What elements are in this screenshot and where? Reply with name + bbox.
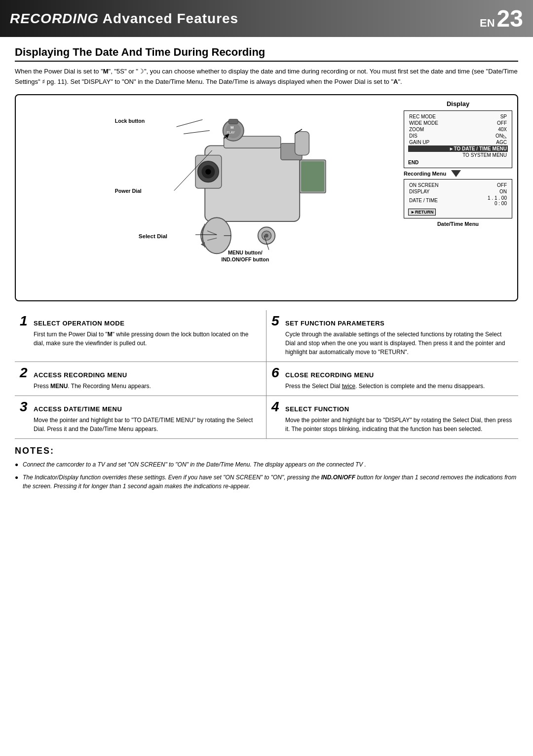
step-2-header: 2 ACCESS RECORDING MENU xyxy=(20,366,260,380)
page-body: Displaying The Date And Time During Reco… xyxy=(0,37,533,504)
rec-menu-table: REC MODESP WIDE MODEOFF ZOOM40X DISON◺ G… xyxy=(408,113,508,158)
step-5: 5 SET FUNCTION PARAMETERS Cycle through … xyxy=(266,310,518,362)
step-1-body: First turn the Power Dial to "M" while p… xyxy=(34,330,260,348)
step-4: 4 SELECT FUNCTION Move the pointer and h… xyxy=(266,396,518,439)
svg-text:Power Dial: Power Dial xyxy=(115,188,142,194)
step-4-body: Move the pointer and highlight bar to "D… xyxy=(285,416,512,433)
svg-line-24 xyxy=(177,119,203,126)
datetime-menu-panel: ON SCREENOFF DISPLAYON DATE / TIME 1 . 1… xyxy=(404,179,512,218)
svg-text:IND.ON/OFF button: IND.ON/OFF button xyxy=(221,256,269,262)
display-panels: Display REC MODESP WIDE MODEOFF ZOOM40X … xyxy=(404,100,512,227)
dt-menu-table: ON SCREENOFF DISPLAYON DATE / TIME 1 . 1… xyxy=(408,182,508,207)
notes-section: NOTES: Connect the camcorder to a TV and… xyxy=(15,446,518,491)
table-row: GAIN UPAGC xyxy=(408,139,508,145)
svg-point-21 xyxy=(265,234,268,238)
table-row: DISPLAYON xyxy=(408,188,508,195)
underline-twice: twice xyxy=(342,383,355,390)
table-row: REC MODESP xyxy=(408,113,508,120)
table-row: DATE / TIME 1 . 1 . 000 : 00 xyxy=(408,195,508,207)
step-5-body: Cycle through the available settings of … xyxy=(285,330,512,357)
step-3-body: Move the pointer and highlight bar to "T… xyxy=(34,416,260,433)
step-1: 1 SELECT OPERATION MODE First turn the P… xyxy=(15,310,266,362)
svg-text:Lock button: Lock button xyxy=(115,118,145,124)
display-panel-title: Display xyxy=(404,100,512,108)
table-row: WIDE MODEOFF xyxy=(408,120,508,126)
recording-menu-panel: REC MODESP WIDE MODEOFF ZOOM40X DISON◺ G… xyxy=(404,110,512,168)
step-6-body: Press the Select Dial twice. Selection i… xyxy=(285,382,512,391)
datetime-menu-label: Date/Time Menu xyxy=(404,221,512,227)
table-row: ZOOM40X xyxy=(408,126,508,133)
step-4-header: 4 SELECT FUNCTION xyxy=(271,400,512,414)
table-row: TO SYSTEM MENU xyxy=(408,152,508,158)
note-2: The Indicator/Display function overrides… xyxy=(15,473,518,491)
step-1-header: 1 SELECT OPERATION MODE xyxy=(20,314,260,328)
return-button: ►RETURN xyxy=(408,209,436,216)
page-number: EN 23 xyxy=(480,5,523,32)
note-1: Connect the camcorder to a TV and set "O… xyxy=(15,460,518,469)
step-2: 2 ACCESS RECORDING MENU Press MENU. The … xyxy=(15,362,266,396)
diagram-box: M PLAY xyxy=(15,94,518,301)
svg-rect-9 xyxy=(295,131,309,155)
step-2-body: Press MENU. The Recording Menu appears. xyxy=(34,382,260,391)
notes-title: NOTES: xyxy=(15,446,518,456)
table-row: ON SCREENOFF xyxy=(408,182,508,188)
step-5-header: 5 SET FUNCTION PARAMETERS xyxy=(271,314,512,328)
page-header: RECORDING Advanced Features EN 23 xyxy=(0,0,533,37)
step-6-header: 6 CLOSE RECORDING MENU xyxy=(271,366,512,380)
intro-text: When the Power Dial is set to "M", "5S" … xyxy=(15,67,518,87)
svg-text:MENU button/: MENU button/ xyxy=(228,250,263,255)
menu-end: END xyxy=(408,160,508,165)
header-title: RECORDING Advanced Features xyxy=(10,11,238,27)
section-title: Displaying The Date And Time During Reco… xyxy=(15,46,518,62)
step-3: 3 ACCESS DATE/TIME MENU Move the pointer… xyxy=(15,396,266,439)
step-6: 6 CLOSE RECORDING MENU Press the Select … xyxy=(266,362,518,396)
step-3-header: 3 ACCESS DATE/TIME MENU xyxy=(20,400,260,414)
table-row-highlight: ►TO DATE / TIME MENU xyxy=(408,145,508,152)
svg-text:PLAY: PLAY xyxy=(227,131,235,134)
svg-rect-14 xyxy=(228,119,238,124)
svg-line-26 xyxy=(184,130,210,134)
svg-text:Select Dial: Select Dial xyxy=(139,233,167,239)
table-row: DISON◺ xyxy=(408,133,508,139)
steps-grid: 1 SELECT OPERATION MODE First turn the P… xyxy=(15,310,518,439)
rec-menu-label: Recording Menu xyxy=(404,170,512,177)
return-row: ►RETURN xyxy=(408,209,508,216)
svg-text:M: M xyxy=(230,125,233,129)
svg-point-4 xyxy=(205,169,211,175)
svg-rect-8 xyxy=(301,161,324,191)
arrow-down-icon xyxy=(451,170,461,177)
